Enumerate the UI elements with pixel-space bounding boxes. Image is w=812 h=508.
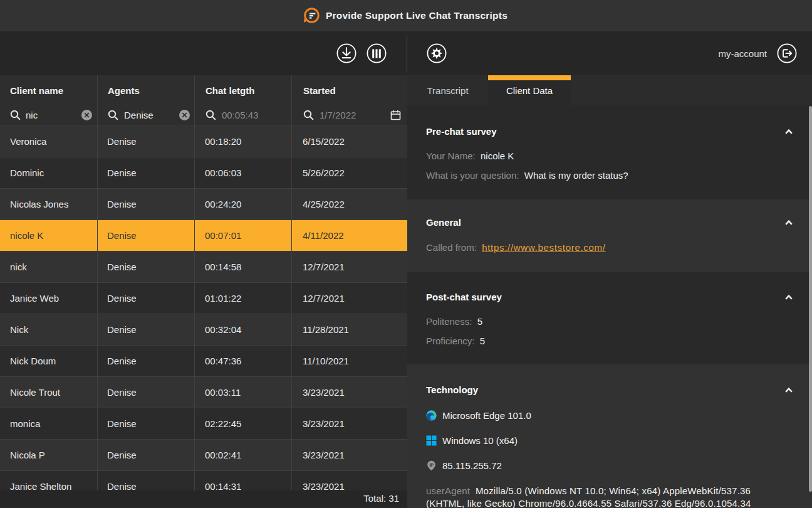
svg-text:IP: IP xyxy=(429,462,434,467)
